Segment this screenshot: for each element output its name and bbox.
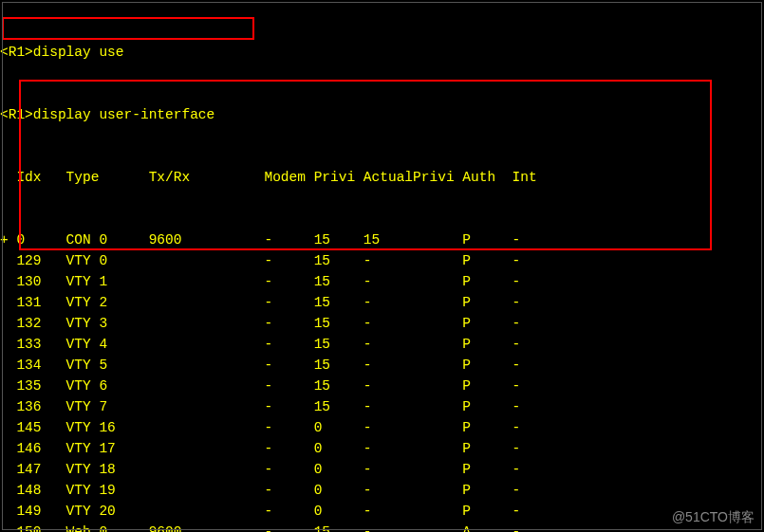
table-row: 149 VTY 20 - 0 - P - <box>0 501 764 522</box>
table-row: 145 VTY 16 - 0 - P - <box>0 417 764 438</box>
table-row: 132 VTY 3 - 15 - P - <box>0 313 764 334</box>
table-row: 150 Web 0 9600 - 15 - A - <box>0 522 764 532</box>
table-row: 146 VTY 17 - 0 - P - <box>0 438 764 459</box>
table-row: 134 VTY 5 - 15 - P - <box>0 355 764 376</box>
table-row: + 0 CON 0 9600 - 15 15 P - <box>0 229 764 250</box>
table-row: 129 VTY 0 - 15 - P - <box>0 250 764 271</box>
prompt-line-1: <R1>display use <box>0 42 764 63</box>
table-row: 147 VTY 18 - 0 - P - <box>0 459 764 480</box>
table-row: 130 VTY 1 - 15 - P - <box>0 271 764 292</box>
table-header: Idx Type Tx/Rx Modem Privi ActualPrivi A… <box>0 167 764 188</box>
terminal-output[interactable]: <R1>display use <R1>display user-interfa… <box>0 0 764 532</box>
table-row: 148 VTY 19 - 0 - P - <box>0 480 764 501</box>
table-row: 135 VTY 6 - 15 - P - <box>0 376 764 396</box>
prompt-line-2: <R1>display user-interface <box>0 104 764 125</box>
watermark-text: @51CTO博客 <box>672 509 755 526</box>
table-row: 136 VTY 7 - 15 - P - <box>0 396 764 417</box>
table-row: 133 VTY 4 - 15 - P - <box>0 334 764 355</box>
table-row: 131 VTY 2 - 15 - P - <box>0 292 764 313</box>
